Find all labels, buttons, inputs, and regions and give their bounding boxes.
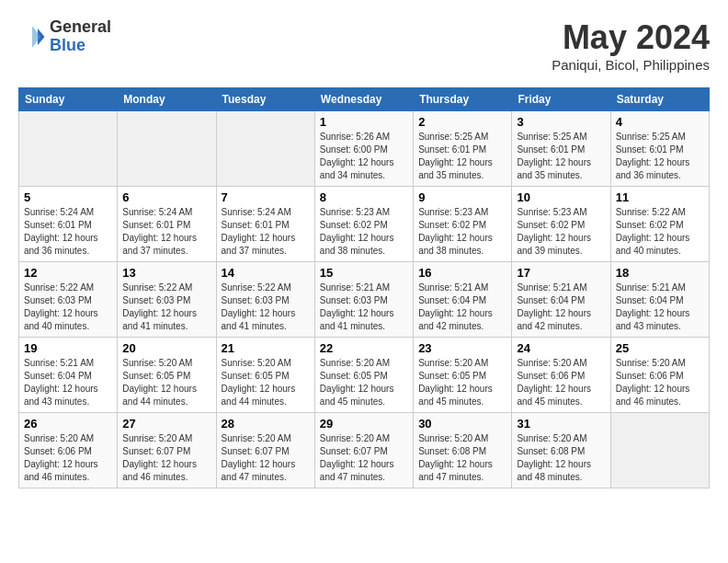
day-info: Sunrise: 5:22 AM Sunset: 6:03 PM Dayligh… — [122, 282, 210, 333]
calendar-cell: 10Sunrise: 5:23 AM Sunset: 6:02 PM Dayli… — [512, 187, 610, 262]
day-number: 19 — [24, 341, 112, 355]
day-number: 15 — [320, 266, 408, 280]
day-info: Sunrise: 5:20 AM Sunset: 6:08 PM Dayligh… — [517, 432, 605, 484]
page-header: General Blue May 2024 Paniqui, Bicol, Ph… — [18, 18, 710, 73]
day-info: Sunrise: 5:23 AM Sunset: 6:02 PM Dayligh… — [418, 206, 506, 258]
calendar-cell — [118, 111, 216, 187]
calendar-table: SundayMondayTuesdayWednesdayThursdayFrid… — [18, 87, 710, 488]
day-info: Sunrise: 5:21 AM Sunset: 6:03 PM Dayligh… — [320, 282, 408, 333]
calendar-header-day: Friday — [512, 88, 610, 111]
calendar-header-day: Tuesday — [216, 88, 314, 111]
calendar-header-row: SundayMondayTuesdayWednesdayThursdayFrid… — [19, 88, 710, 111]
logo-icon — [18, 23, 46, 51]
day-number: 23 — [418, 341, 506, 355]
day-info: Sunrise: 5:22 AM Sunset: 6:02 PM Dayligh… — [616, 206, 704, 258]
calendar-cell: 17Sunrise: 5:21 AM Sunset: 6:04 PM Dayli… — [512, 262, 610, 338]
calendar-cell: 7Sunrise: 5:24 AM Sunset: 6:01 PM Daylig… — [216, 187, 314, 262]
day-info: Sunrise: 5:21 AM Sunset: 6:04 PM Dayligh… — [616, 282, 704, 333]
day-info: Sunrise: 5:23 AM Sunset: 6:02 PM Dayligh… — [517, 206, 605, 258]
day-info: Sunrise: 5:22 AM Sunset: 6:03 PM Dayligh… — [24, 282, 112, 333]
calendar-cell: 16Sunrise: 5:21 AM Sunset: 6:04 PM Dayli… — [414, 262, 512, 338]
calendar-cell: 14Sunrise: 5:22 AM Sunset: 6:03 PM Dayli… — [216, 262, 314, 338]
calendar-cell — [19, 111, 118, 187]
calendar-cell: 30Sunrise: 5:20 AM Sunset: 6:08 PM Dayli… — [414, 413, 512, 488]
calendar-header-day: Thursday — [414, 88, 512, 111]
day-info: Sunrise: 5:20 AM Sunset: 6:07 PM Dayligh… — [320, 432, 408, 484]
day-info: Sunrise: 5:24 AM Sunset: 6:01 PM Dayligh… — [222, 206, 310, 258]
day-number: 27 — [122, 417, 210, 431]
day-info: Sunrise: 5:24 AM Sunset: 6:01 PM Dayligh… — [122, 206, 210, 258]
day-info: Sunrise: 5:20 AM Sunset: 6:08 PM Dayligh… — [418, 432, 506, 484]
calendar-header-day: Monday — [118, 88, 216, 111]
day-info: Sunrise: 5:25 AM Sunset: 6:01 PM Dayligh… — [616, 131, 704, 182]
calendar-header-day: Wednesday — [314, 88, 413, 111]
day-number: 1 — [320, 115, 408, 129]
logo-blue: Blue — [50, 37, 111, 55]
calendar-cell: 24Sunrise: 5:20 AM Sunset: 6:06 PM Dayli… — [512, 338, 610, 413]
day-info: Sunrise: 5:20 AM Sunset: 6:05 PM Dayligh… — [222, 357, 310, 408]
calendar-cell: 20Sunrise: 5:20 AM Sunset: 6:05 PM Dayli… — [118, 338, 216, 413]
svg-marker-1 — [32, 26, 40, 48]
calendar-cell: 12Sunrise: 5:22 AM Sunset: 6:03 PM Dayli… — [19, 262, 118, 338]
calendar-cell — [610, 413, 709, 488]
calendar-cell — [216, 111, 314, 187]
day-number: 4 — [616, 115, 704, 129]
day-number: 13 — [122, 266, 210, 280]
day-info: Sunrise: 5:26 AM Sunset: 6:00 PM Dayligh… — [320, 131, 408, 182]
calendar-week-row: 26Sunrise: 5:20 AM Sunset: 6:06 PM Dayli… — [19, 413, 710, 488]
day-number: 9 — [418, 190, 506, 204]
calendar-cell: 1Sunrise: 5:26 AM Sunset: 6:00 PM Daylig… — [314, 111, 413, 187]
month-title: May 2024 — [552, 18, 710, 57]
calendar-cell: 23Sunrise: 5:20 AM Sunset: 6:05 PM Dayli… — [414, 338, 512, 413]
day-number: 28 — [222, 417, 310, 431]
day-info: Sunrise: 5:20 AM Sunset: 6:05 PM Dayligh… — [320, 357, 408, 408]
day-number: 17 — [517, 266, 605, 280]
calendar-cell: 27Sunrise: 5:20 AM Sunset: 6:07 PM Dayli… — [118, 413, 216, 488]
calendar-cell: 19Sunrise: 5:21 AM Sunset: 6:04 PM Dayli… — [19, 338, 118, 413]
day-info: Sunrise: 5:21 AM Sunset: 6:04 PM Dayligh… — [517, 282, 605, 333]
day-info: Sunrise: 5:25 AM Sunset: 6:01 PM Dayligh… — [517, 131, 605, 182]
calendar-cell: 22Sunrise: 5:20 AM Sunset: 6:05 PM Dayli… — [314, 338, 413, 413]
calendar-cell: 25Sunrise: 5:20 AM Sunset: 6:06 PM Dayli… — [610, 338, 709, 413]
calendar-cell: 6Sunrise: 5:24 AM Sunset: 6:01 PM Daylig… — [118, 187, 216, 262]
day-number: 14 — [222, 266, 310, 280]
calendar-cell: 11Sunrise: 5:22 AM Sunset: 6:02 PM Dayli… — [610, 187, 709, 262]
location: Paniqui, Bicol, Philippines — [552, 57, 710, 73]
day-number: 11 — [616, 190, 704, 204]
calendar-cell: 15Sunrise: 5:21 AM Sunset: 6:03 PM Dayli… — [314, 262, 413, 338]
day-number: 6 — [122, 190, 210, 204]
day-info: Sunrise: 5:21 AM Sunset: 6:04 PM Dayligh… — [24, 357, 112, 408]
logo-general: General — [50, 18, 111, 37]
day-info: Sunrise: 5:21 AM Sunset: 6:04 PM Dayligh… — [418, 282, 506, 333]
day-info: Sunrise: 5:23 AM Sunset: 6:02 PM Dayligh… — [320, 206, 408, 258]
day-info: Sunrise: 5:20 AM Sunset: 6:06 PM Dayligh… — [616, 357, 704, 408]
calendar-week-row: 19Sunrise: 5:21 AM Sunset: 6:04 PM Dayli… — [19, 338, 710, 413]
calendar-cell: 4Sunrise: 5:25 AM Sunset: 6:01 PM Daylig… — [610, 111, 709, 187]
day-info: Sunrise: 5:20 AM Sunset: 6:05 PM Dayligh… — [418, 357, 506, 408]
day-number: 7 — [222, 190, 310, 204]
day-number: 20 — [122, 341, 210, 355]
day-number: 22 — [320, 341, 408, 355]
calendar-header-day: Saturday — [610, 88, 709, 111]
calendar-cell: 13Sunrise: 5:22 AM Sunset: 6:03 PM Dayli… — [118, 262, 216, 338]
day-info: Sunrise: 5:25 AM Sunset: 6:01 PM Dayligh… — [418, 131, 506, 182]
logo-text: General Blue — [50, 18, 111, 55]
day-number: 30 — [418, 417, 506, 431]
day-info: Sunrise: 5:20 AM Sunset: 6:06 PM Dayligh… — [24, 432, 112, 484]
day-number: 2 — [418, 115, 506, 129]
day-number: 21 — [222, 341, 310, 355]
day-info: Sunrise: 5:22 AM Sunset: 6:03 PM Dayligh… — [222, 282, 310, 333]
calendar-cell: 8Sunrise: 5:23 AM Sunset: 6:02 PM Daylig… — [314, 187, 413, 262]
logo: General Blue — [18, 18, 111, 55]
day-number: 3 — [517, 115, 605, 129]
day-number: 25 — [616, 341, 704, 355]
day-number: 5 — [24, 190, 112, 204]
calendar-body: 1Sunrise: 5:26 AM Sunset: 6:00 PM Daylig… — [19, 111, 710, 488]
calendar-cell: 5Sunrise: 5:24 AM Sunset: 6:01 PM Daylig… — [19, 187, 118, 262]
calendar-header-day: Sunday — [19, 88, 118, 111]
calendar-cell: 26Sunrise: 5:20 AM Sunset: 6:06 PM Dayli… — [19, 413, 118, 488]
day-info: Sunrise: 5:20 AM Sunset: 6:06 PM Dayligh… — [517, 357, 605, 408]
day-number: 29 — [320, 417, 408, 431]
calendar-week-row: 5Sunrise: 5:24 AM Sunset: 6:01 PM Daylig… — [19, 187, 710, 262]
day-info: Sunrise: 5:24 AM Sunset: 6:01 PM Dayligh… — [24, 206, 112, 258]
